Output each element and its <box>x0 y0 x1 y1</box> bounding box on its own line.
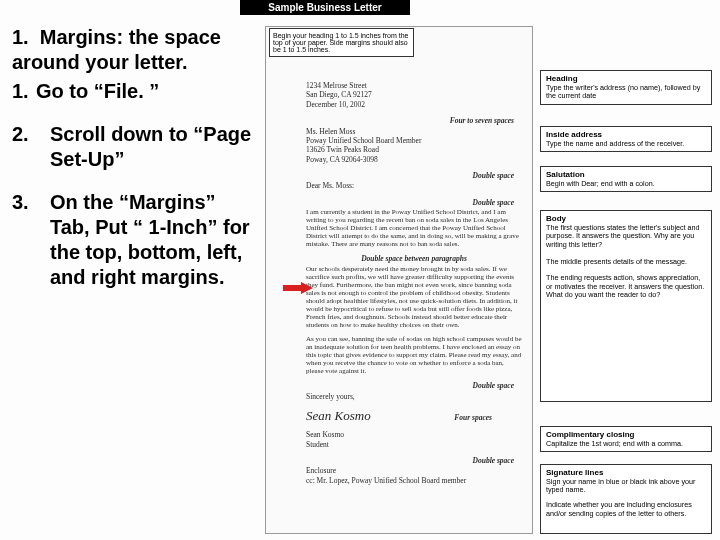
addr-line: San Diego, CA 92127 <box>306 90 522 99</box>
cc-line: cc: Mr. Lopez, Poway Unified School Boar… <box>306 476 522 485</box>
typed-line: Sean Kosmo <box>306 430 522 439</box>
signature: Sean Kosmo <box>306 408 371 424</box>
intro-line: 1. Margins: the space around your letter… <box>12 25 252 75</box>
margin-note-box: Begin your heading 1 to 1.5 inches from … <box>269 28 414 57</box>
typed-name: Sean Kosmo Student <box>306 430 522 449</box>
annotation-closing: Complimentary closing Capitalize the 1st… <box>540 426 712 452</box>
annotation-text: Sign your name in blue or black ink abov… <box>546 478 706 495</box>
addr-line: December 10, 2002 <box>306 100 522 109</box>
spacer-note: Four spaces <box>454 413 522 422</box>
body-paragraph-2: Our schools desperately need the money b… <box>306 265 522 329</box>
annotation-text: Indicate whether you are including enclo… <box>546 501 706 518</box>
step-3: 3. On the “Margins” Tab, Put “ 1-Inch” f… <box>12 190 252 290</box>
annotation-signature: Signature lines Sign your name in blue o… <box>540 464 712 534</box>
ia-line: Poway Unified School Board Member <box>306 136 522 145</box>
annotation-body: Body The first questions states the lett… <box>540 210 712 402</box>
step2-num: 2. <box>12 122 36 172</box>
ia-line: Ms. Helen Moss <box>306 127 522 136</box>
return-address: 1234 Melrose Street San Diego, CA 92127 … <box>306 81 522 109</box>
body-paragraph-3: As you can see, banning the sale of soda… <box>306 335 522 375</box>
ia-line: Poway, CA 92064-3098 <box>306 155 522 164</box>
spacer-note: Double space <box>306 198 522 207</box>
ia-line: 13626 Twin Peaks Road <box>306 145 522 154</box>
annotation-text: Type the writer's address (no name), fol… <box>546 84 706 101</box>
step-1: 1. Go to “File. ” <box>12 79 252 104</box>
annotation-text: The middle presents details of the messa… <box>546 258 706 267</box>
body-paragraph-1: I am currently a student in the Poway Un… <box>306 208 522 248</box>
red-arrow-icon <box>283 282 313 294</box>
intro-num: 1. <box>12 26 29 48</box>
step1-num: 1. <box>12 79 36 104</box>
intro-text: Margins: the space around your letter. <box>12 26 221 73</box>
instructions-panel: 1. Margins: the space around your letter… <box>12 25 252 308</box>
sample-letter-page: 1234 Melrose Street San Diego, CA 92127 … <box>265 26 533 534</box>
annotation-text: The first questions states the letter's … <box>546 224 706 250</box>
closing: Sincerely yours, <box>306 392 522 401</box>
step3-num: 3. <box>12 190 36 290</box>
annotation-text: Capitalize the 1st word; end with a comm… <box>546 440 706 449</box>
step3-text: On the “Margins” Tab, Put “ 1-Inch” for … <box>36 190 252 290</box>
spacer-note: Four to seven spaces <box>306 116 522 125</box>
annotation-heading: Heading Type the writer's address (no na… <box>540 70 712 105</box>
annotation-text: The ending requests action, shows apprec… <box>546 274 706 300</box>
annotation-text: Begin with Dear; end with a colon. <box>546 180 706 189</box>
annotation-inside-address: Inside address Type the name and address… <box>540 126 712 152</box>
typed-line: Student <box>306 440 522 449</box>
inside-address: Ms. Helen Moss Poway Unified School Boar… <box>306 127 522 165</box>
annotation-text: Type the name and address of the receive… <box>546 140 706 149</box>
salutation: Dear Ms. Moss: <box>306 181 522 190</box>
spacer-note: Double space <box>306 456 522 465</box>
spacer-note: Double space between paragraphs <box>306 254 522 263</box>
addr-line: 1234 Melrose Street <box>306 81 522 90</box>
enclosure-line: Enclosure <box>306 466 522 475</box>
annotation-salutation: Salutation Begin with Dear; end with a c… <box>540 166 712 192</box>
step1-text: Go to “File. ” <box>36 79 252 104</box>
spacer-note: Double space <box>306 171 522 180</box>
letter-diagram: Begin your heading 1 to 1.5 inches from … <box>265 14 715 538</box>
step2-text: Scroll down to “Page Set-Up” <box>36 122 252 172</box>
spacer-note: Double space <box>306 381 522 390</box>
title-bar: Sample Business Letter <box>240 0 410 15</box>
step-2: 2. Scroll down to “Page Set-Up” <box>12 122 252 172</box>
